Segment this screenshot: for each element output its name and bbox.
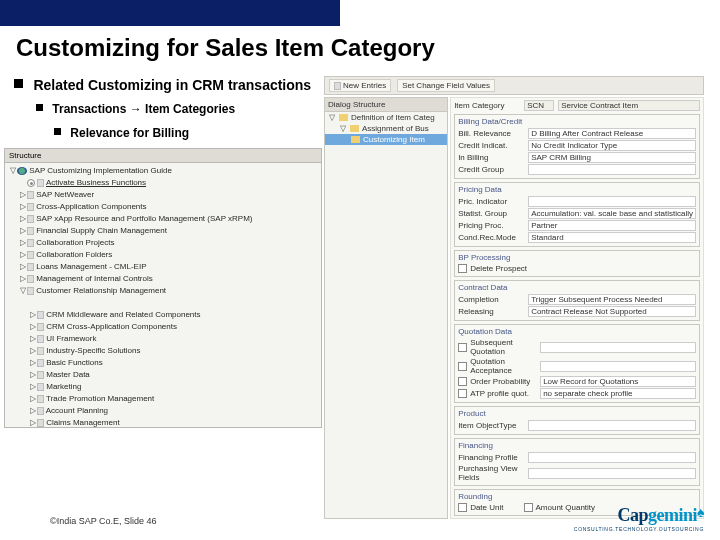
logo-tagline: CONSULTING.TECHNOLOGY.OUTSOURCING (574, 526, 704, 532)
tree-row[interactable]: ▷ CRM Middleware and Related Components (9, 309, 317, 321)
field-label: Credit Indicat. (458, 141, 528, 150)
tree-row[interactable]: ▷ SAP xApp Resource and Portfolio Manage… (9, 213, 317, 225)
tree-row[interactable]: ▷ Loans Management - CML-EIP (9, 261, 317, 273)
field-row: Bill. RelevanceD Billing After Contract … (458, 128, 696, 139)
field-value[interactable]: No Credit Indicator Type (528, 140, 696, 151)
field-value[interactable] (528, 196, 696, 207)
field-row: Pric. Indicator (458, 196, 696, 207)
checkbox[interactable] (458, 503, 467, 512)
checkbox[interactable] (458, 389, 467, 398)
doc-icon (37, 371, 44, 379)
footer-text: ©India SAP Co.E, Slide 46 (50, 516, 157, 526)
bullet-1-text: Related Customizing in CRM transactions (33, 77, 311, 93)
field-row: Purchasing View Fields (458, 464, 696, 482)
field-label: Cond.Rec.Mode (458, 233, 528, 242)
arrow-icon: → (130, 102, 142, 116)
bullet-3: Relevance for Billing (4, 126, 322, 140)
tree-row[interactable]: ▷ Management of Internal Controls (9, 273, 317, 285)
toolbar: New Entries Set Change Field Values (324, 76, 704, 95)
section-contract: Contract Data CompletionTrigger Subseque… (454, 280, 700, 321)
exec-icon (27, 179, 35, 187)
item-category-row: Item Category SCN Service Contract Item (454, 100, 700, 111)
tree-row[interactable]: ▷ Collaboration Folders (9, 249, 317, 261)
field-label: Bill. Relevance (458, 129, 528, 138)
tree-row[interactable]: ▷ Collaboration Projects (9, 237, 317, 249)
folder-icon (350, 125, 359, 132)
checkbox[interactable] (458, 362, 467, 371)
section-pricing: Pricing Data Pric. IndicatorStatist. Gro… (454, 182, 700, 247)
tree-row[interactable]: ▽ Customer Relationship Management (9, 285, 317, 297)
field-value[interactable]: Accumulation: val. scale base and statis… (528, 208, 696, 219)
checkbox[interactable] (524, 503, 533, 512)
tree-row[interactable]: ▷ Basic Functions (9, 357, 317, 369)
doc-icon (37, 407, 44, 415)
new-entries-button[interactable]: New Entries (329, 79, 391, 92)
ds-row[interactable]: ▽Assignment of Bus (325, 123, 447, 134)
tree-row[interactable]: ▷ Marketing (9, 381, 317, 393)
field-value[interactable]: Partner (528, 220, 696, 231)
bullet-2a: Transactions (52, 102, 129, 116)
doc-icon (27, 215, 34, 223)
tree-row[interactable]: ▷ Master Data (9, 369, 317, 381)
folder-icon (351, 136, 360, 143)
tree-label: Basic Functions (46, 358, 102, 367)
doc-icon (27, 287, 34, 295)
tree-row[interactable]: ▷ UI Framework (9, 333, 317, 345)
change-field-button[interactable]: Set Change Field Values (397, 79, 495, 92)
tree-row[interactable]: ▷ Claims Management (9, 417, 317, 428)
field-value[interactable]: Contract Release Not Supported (528, 306, 696, 317)
tree-label: Financial Supply Chain Management (36, 226, 167, 235)
field-label: Completion (458, 295, 528, 304)
field-value[interactable] (528, 452, 696, 463)
tree-row[interactable]: ▷ SAP NetWeaver (9, 189, 317, 201)
bullet-2b: Item Categories (142, 102, 235, 116)
tree-row[interactable]: ▷ Cross-Application Components (9, 201, 317, 213)
checkbox[interactable] (458, 343, 467, 352)
field-value[interactable] (528, 164, 696, 175)
field-value[interactable]: no separate check profile (540, 388, 696, 399)
field-value[interactable] (540, 342, 696, 353)
ds-row[interactable]: ▽Definition of Item Categ (325, 112, 447, 123)
doc-icon (37, 335, 44, 343)
field-row: Quotation Acceptance (458, 357, 696, 375)
tree-row[interactable]: Activate Business Functions (9, 177, 317, 189)
field-row: Order ProbabilityLow Record for Quotatio… (458, 376, 696, 387)
doc-icon (37, 359, 44, 367)
doc-icon (27, 191, 34, 199)
field-label: Statist. Group (458, 209, 528, 218)
field-label: Subsequent Quotation (470, 338, 540, 356)
ds-row-selected[interactable]: Customizing Item (325, 134, 447, 145)
checkbox[interactable] (458, 264, 467, 273)
field-value[interactable] (528, 420, 696, 431)
field-value[interactable]: Trigger Subsequent Process Needed (528, 294, 696, 305)
doc-icon (27, 263, 34, 271)
tree-row[interactable]: ▷ Account Planning (9, 405, 317, 417)
tree-row[interactable]: ▽ SAP Customizing Implementation Guide (9, 165, 317, 177)
tree-header: Structure (5, 149, 321, 163)
tree-row[interactable]: ▷ CRM Cross-Application Components (9, 321, 317, 333)
tree-row[interactable]: ▷ Financial Supply Chain Management (9, 225, 317, 237)
field-value[interactable]: Low Record for Quotations (540, 376, 696, 387)
field-value[interactable] (540, 361, 696, 372)
tree-label: CRM Cross-Application Components (46, 322, 177, 331)
field-label: Pricing Proc. (458, 221, 528, 230)
doc-icon (37, 395, 44, 403)
field-row: ReleasingContract Release Not Supported (458, 306, 696, 317)
field-value[interactable]: D Billing After Contract Release (528, 128, 696, 139)
checkbox[interactable] (458, 377, 467, 386)
tree-label: Account Planning (46, 406, 108, 415)
doc-icon (27, 251, 34, 259)
bullet-square-icon (36, 104, 43, 111)
tree-row[interactable] (9, 297, 317, 309)
tree-label: UI Framework (46, 334, 96, 343)
bullet-1: Related Customizing in CRM transactions (4, 76, 322, 94)
tree-row[interactable]: ▷ Trade Promotion Management (9, 393, 317, 405)
tree-label: Activate Business Functions (46, 178, 146, 187)
tree-row[interactable]: ▷ Industry-Specific Solutions (9, 345, 317, 357)
doc-icon (37, 419, 44, 427)
field-value[interactable]: SAP CRM Billing (528, 152, 696, 163)
properties-panel: Item Category SCN Service Contract Item … (450, 97, 704, 519)
item-cat-desc: Service Contract Item (558, 100, 700, 111)
field-value[interactable]: Standard (528, 232, 696, 243)
field-value[interactable] (528, 468, 696, 479)
